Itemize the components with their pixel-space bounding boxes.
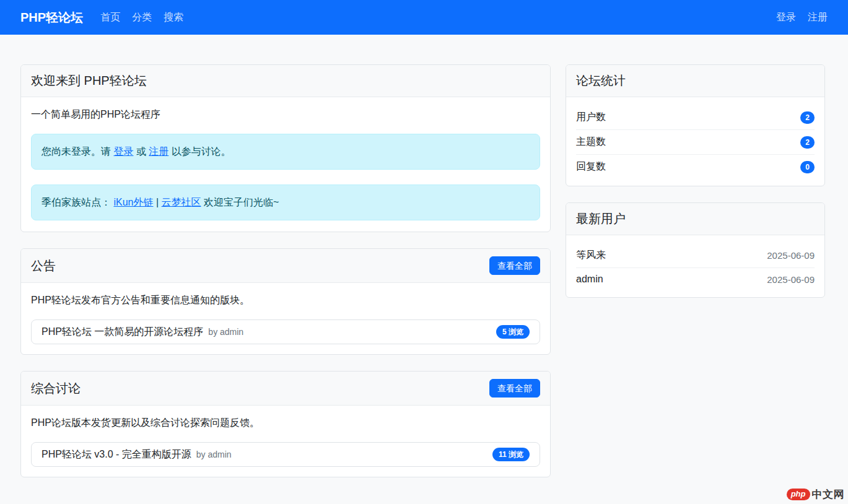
welcome-subtitle: 一个简单易用的PHP论坛程序: [31, 108, 540, 121]
nav-item-categories[interactable]: 分类: [132, 11, 152, 24]
register-link[interactable]: 注册: [149, 146, 168, 157]
family-alert-separator: |: [153, 197, 161, 207]
stat-value-badge: 0: [800, 161, 815, 173]
family-sites-alert: 季伯家族站点： iKun外链 | 云梦社区 欢迎宝子们光临~: [31, 185, 540, 220]
board-description: PHP论坛版本发货更新以及综合讨论探索问题反馈。: [31, 417, 540, 430]
board-body: PHP论坛版本发货更新以及综合讨论探索问题反馈。 PHP轻论坛 v3.0 - 完…: [21, 406, 550, 477]
navbar: PHP轻论坛 首页 分类 搜索 登录 注册: [0, 0, 848, 35]
login-alert-text: 以参与讨论。: [168, 146, 230, 157]
user-name: 等风来: [576, 249, 606, 262]
user-row: 等风来 2025-06-09: [576, 245, 815, 268]
board-header: 公告 查看全部: [21, 249, 550, 283]
nav-item-register[interactable]: 注册: [808, 11, 828, 24]
login-alert-text: 或: [133, 146, 149, 157]
user-join-date: 2025-06-09: [767, 250, 815, 261]
forum-stats-title: 论坛统计: [576, 72, 626, 89]
nav-item-home[interactable]: 首页: [100, 11, 120, 24]
welcome-card-header: 欢迎来到 PHP轻论坛: [21, 65, 550, 97]
topic-views-badge: 5 浏览: [496, 325, 530, 339]
login-alert: 您尚未登录。请 登录 或 注册 以参与讨论。: [31, 134, 540, 170]
sidebar-column: 论坛统计 用户数 2 主题数 2 回复数 0 最新用户: [566, 64, 825, 314]
latest-users-header: 最新用户: [566, 203, 824, 235]
brand-logo[interactable]: PHP轻论坛: [20, 9, 83, 26]
login-alert-text: 您尚未登录。请: [42, 146, 113, 157]
login-link[interactable]: 登录: [113, 146, 133, 157]
yunmeng-link[interactable]: 云梦社区: [162, 197, 201, 207]
forum-stats-card: 论坛统计 用户数 2 主题数 2 回复数 0: [566, 64, 825, 186]
welcome-card-body: 一个简单易用的PHP论坛程序 您尚未登录。请 登录 或 注册 以参与讨论。 季伯…: [21, 97, 550, 232]
welcome-card: 欢迎来到 PHP轻论坛 一个简单易用的PHP论坛程序 您尚未登录。请 登录 或 …: [20, 64, 551, 232]
latest-users-body: 等风来 2025-06-09 admin 2025-06-09: [566, 235, 824, 297]
welcome-title: 欢迎来到 PHP轻论坛: [31, 72, 147, 89]
stat-row-users: 用户数 2: [576, 107, 815, 130]
nav-item-search[interactable]: 搜索: [164, 11, 183, 24]
board-body: PHP轻论坛发布官方公告和重要信息通知的版块。 PHP轻论坛 一款简易的开源论坛…: [21, 283, 550, 354]
topic-title-link[interactable]: PHP轻论坛 一款简易的开源论坛程序: [42, 326, 203, 339]
stat-row-topics: 主题数 2: [576, 130, 815, 155]
stat-label: 回复数: [576, 160, 606, 173]
stat-label: 用户数: [576, 111, 606, 124]
topic-row[interactable]: PHP轻论坛 v3.0 - 完全重构版开源 by admin 11 浏览: [31, 442, 540, 467]
user-join-date: 2025-06-09: [767, 274, 815, 285]
topic-row[interactable]: PHP轻论坛 一款简易的开源论坛程序 by admin 5 浏览: [31, 319, 540, 344]
latest-users-title: 最新用户: [576, 211, 626, 227]
php-cn-watermark: php 中文网: [787, 487, 844, 502]
ikun-link[interactable]: iKun外链: [113, 197, 153, 207]
stat-value-badge: 2: [800, 136, 815, 149]
nav-auth-links: 登录 注册: [776, 11, 828, 24]
watermark-text: 中文网: [812, 487, 845, 502]
stat-value-badge: 2: [800, 111, 815, 124]
forum-stats-header: 论坛统计: [566, 65, 824, 97]
latest-users-card: 最新用户 等风来 2025-06-09 admin 2025-06-09: [566, 202, 825, 298]
stat-row-replies: 回复数 0: [576, 155, 815, 176]
family-alert-text: 欢迎宝子们光临~: [201, 197, 279, 207]
topic-author: by admin: [208, 327, 243, 337]
view-all-button[interactable]: 查看全部: [489, 379, 540, 398]
user-row: admin 2025-06-09: [576, 268, 815, 287]
board-title: 综合讨论: [31, 380, 81, 397]
board-header: 综合讨论 查看全部: [21, 371, 550, 406]
nav-item-login[interactable]: 登录: [776, 11, 796, 24]
board-title: 公告: [31, 258, 56, 274]
view-all-button[interactable]: 查看全部: [489, 256, 540, 275]
board-card-general: 综合讨论 查看全部 PHP论坛版本发货更新以及综合讨论探索问题反馈。 PHP轻论…: [20, 371, 551, 477]
nav-links: 首页 分类 搜索: [100, 11, 183, 24]
topic-author: by admin: [196, 450, 232, 459]
forum-stats-body: 用户数 2 主题数 2 回复数 0: [566, 97, 824, 186]
user-name: admin: [576, 274, 603, 285]
main-column: 欢迎来到 PHP轻论坛 一个简单易用的PHP论坛程序 您尚未登录。请 登录 或 …: [20, 64, 551, 493]
stat-label: 主题数: [576, 136, 606, 149]
php-logo-icon: php: [787, 489, 810, 500]
board-description: PHP轻论坛发布官方公告和重要信息通知的版块。: [31, 294, 540, 307]
board-card-announcements: 公告 查看全部 PHP轻论坛发布官方公告和重要信息通知的版块。 PHP轻论坛 一…: [20, 248, 551, 355]
family-alert-text: 季伯家族站点：: [42, 197, 113, 207]
topic-title-link[interactable]: PHP轻论坛 v3.0 - 完全重构版开源: [42, 448, 191, 461]
topic-views-badge: 11 浏览: [492, 448, 530, 461]
page-container: 欢迎来到 PHP轻论坛 一个简单易用的PHP论坛程序 您尚未登录。请 登录 或 …: [0, 35, 848, 493]
